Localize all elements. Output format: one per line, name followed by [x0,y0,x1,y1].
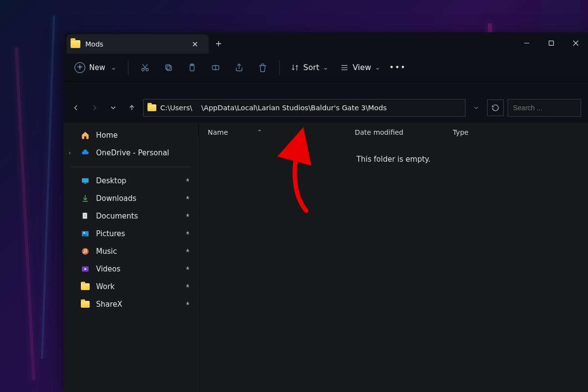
paste-button[interactable] [181,58,203,77]
sidebar-item-downloads[interactable]: Downloads [64,190,198,207]
pin-icon [185,265,191,273]
svg-rect-19 [82,178,89,183]
forward-button[interactable] [87,100,102,115]
sidebar-item-pictures[interactable]: Pictures [64,225,198,243]
column-headers: Name ⌃ Date modified Type [199,122,588,142]
svg-rect-20 [84,183,87,184]
refresh-button[interactable] [487,99,504,116]
sidebar-item-label: Music [96,247,117,256]
column-date-modified[interactable]: Date modified [355,128,453,136]
new-tab-button[interactable]: ＋ [209,32,228,54]
sidebar-item-desktop[interactable]: Desktop [64,172,198,190]
folder-icon [80,299,90,309]
sidebar-item-label: ShareX [96,300,122,309]
svg-rect-8 [167,66,171,70]
pin-icon [185,194,191,203]
sort-label: Sort [303,63,319,72]
documents-icon [80,211,90,221]
sidebar-item-label: Pictures [96,229,125,238]
sidebar-item-label: Desktop [96,176,126,185]
address-input[interactable] [160,104,461,112]
new-button[interactable]: + New ⌄ [69,59,122,76]
navigation-row [64,93,588,122]
pin-icon [185,229,191,238]
divider [71,167,192,167]
titlebar: Mods ✕ ＋ [64,32,588,54]
svg-point-27 [83,232,85,234]
chevron-right-icon: › [69,149,71,156]
back-button[interactable] [69,100,83,115]
view-button[interactable]: View ⌄ [335,60,385,75]
sidebar-item-videos[interactable]: Videos [64,260,198,278]
rename-button[interactable] [205,58,226,77]
chevron-down-icon: ⌄ [111,64,116,71]
onedrive-icon [80,148,90,158]
content-pane: Name ⌃ Date modified Type This folder is… [199,122,588,392]
chevron-down-icon: ⌄ [323,64,328,71]
sidebar-item-label: Downloads [96,194,136,203]
sidebar-item-onedrive[interactable]: › OneDrive - Personal [64,144,198,162]
sidebar-item-sharex[interactable]: ShareX [64,295,198,313]
search-input[interactable] [513,104,588,112]
plus-icon: + [74,62,85,73]
sidebar-item-label: Videos [96,265,121,273]
cut-button[interactable] [134,58,156,77]
sidebar-item-label: Home [96,131,118,140]
pin-icon [185,176,191,185]
folder-icon [80,282,90,292]
pin-icon [185,247,191,256]
close-button[interactable] [564,32,588,54]
address-bar[interactable] [143,99,466,117]
sort-button[interactable]: Sort ⌄ [286,60,333,75]
tab-close-button[interactable]: ✕ [188,40,202,49]
folder-icon [71,40,80,48]
column-name[interactable]: Name ⌃ [208,128,355,136]
svg-rect-1 [549,41,554,46]
copy-button[interactable] [158,58,179,77]
recent-locations-button[interactable] [106,100,121,115]
svg-point-29 [84,252,85,253]
sidebar-item-home[interactable]: Home [64,126,198,144]
music-icon [80,246,90,256]
share-button[interactable] [228,58,250,77]
pin-icon [185,282,191,291]
pin-icon [185,300,191,309]
maximize-button[interactable] [539,32,564,54]
sidebar-item-music[interactable]: Music [64,243,198,260]
videos-icon [80,264,90,274]
empty-folder-message: This folder is empty. [199,155,588,164]
body: Home › OneDrive - Personal Desktop [64,122,588,392]
chevron-down-icon: ⌄ [375,64,380,71]
pictures-icon [80,229,90,239]
sidebar: Home › OneDrive - Personal Desktop [64,122,199,392]
more-button[interactable]: ••• [387,63,409,72]
sidebar-item-documents[interactable]: Documents [64,207,198,225]
tab-mods[interactable]: Mods ✕ [67,34,209,54]
sidebar-item-label: OneDrive - Personal [96,148,169,157]
svg-point-28 [82,248,89,255]
svg-rect-9 [166,65,170,69]
sort-indicator-icon: ⌃ [257,129,262,135]
delete-button[interactable] [252,58,273,77]
toolbar: + New ⌄ Sort ⌄ View [64,54,588,81]
sidebar-item-label: Work [96,282,115,291]
folder-icon [147,104,156,111]
sidebar-item-label: Documents [96,212,138,220]
desktop-icon [80,176,90,186]
tab-title: Mods [85,40,183,48]
sidebar-item-work[interactable]: Work [64,278,198,295]
up-button[interactable] [124,100,139,115]
pin-icon [185,212,191,220]
file-explorer-window: Mods ✕ ＋ + New ⌄ [64,32,588,392]
view-label: View [353,63,371,72]
home-icon [80,130,90,140]
downloads-icon [80,194,90,203]
search-box[interactable] [508,99,581,117]
minimize-button[interactable] [514,32,539,54]
column-type[interactable]: Type [453,128,512,136]
new-label: New [89,63,105,72]
svg-point-30 [85,251,86,252]
address-history-button[interactable] [469,101,483,115]
